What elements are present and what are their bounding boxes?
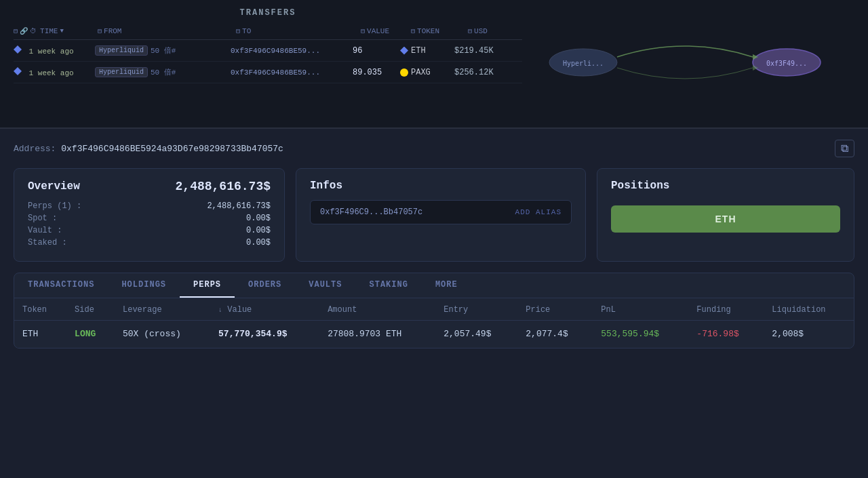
- th-value-label: VALUE: [367, 27, 389, 35]
- th-liquidation: Liquidation: [764, 298, 854, 321]
- tab-more[interactable]: MORE: [422, 273, 471, 298]
- spot-label: Spot :: [28, 214, 57, 223]
- filter-icon-time: ⊟: [14, 27, 18, 35]
- transfers-section: TRANSFERS ⊟ 🔗 ⏱ TIME ▼ ⊟ FROM ⊟ TO ⊟ VAL…: [0, 0, 868, 129]
- filter-icon-from: ⊟: [98, 27, 102, 35]
- tr1-time: 1 week ago: [14, 45, 95, 56]
- tab-staking[interactable]: STAKING: [355, 273, 421, 298]
- th-amount: Amount: [319, 298, 435, 321]
- spot-value: 0.00$: [246, 214, 271, 223]
- tr1-token: ETH: [400, 46, 454, 56]
- vault-label: Vault :: [28, 226, 62, 235]
- eth-diamond-icon-2: [14, 67, 22, 75]
- tr1-amount: 50 倍#: [151, 45, 176, 56]
- infos-header: Infos: [310, 180, 572, 192]
- tab-vaults[interactable]: VAULTS: [295, 273, 355, 298]
- vault-value: 0.00$: [246, 226, 271, 235]
- address-bar: Address: 0xf3F496C9486BE5924a93D67e98298…: [14, 140, 854, 157]
- tab-orders[interactable]: ORDERS: [235, 273, 295, 298]
- th-from: ⊟ FROM: [98, 27, 233, 35]
- table-row: ETH LONG 50X (cross) 57,770,354.9$ 27808…: [14, 321, 854, 348]
- tr1-usd: $219.45K: [454, 46, 509, 56]
- positions-title: Positions: [611, 180, 669, 192]
- transfer-row-1: 1 week ago Hyperliquid 50 倍# 0xf3F496C94…: [14, 40, 522, 62]
- th-to-label: TO: [242, 27, 251, 35]
- cards-row: Overview 2,488,616.73$ Perps (1) : 2,488…: [14, 168, 854, 262]
- tab-transactions[interactable]: TRANSACTIONS: [14, 273, 108, 298]
- tab-perps[interactable]: PERPS: [180, 273, 235, 298]
- overview-vault-row: Vault : 0.00$: [28, 226, 271, 235]
- th-from-label: FROM: [104, 27, 121, 35]
- tr1-value: 96: [353, 46, 400, 56]
- transfers-left: TRANSFERS ⊟ 🔗 ⏱ TIME ▼ ⊟ FROM ⊟ TO ⊟ VAL…: [14, 8, 522, 117]
- th-time: ⊟ 🔗 ⏱ TIME ▼: [14, 27, 95, 35]
- td-price: 2,077.4$: [517, 321, 593, 348]
- address-display: Address: 0xf3F496C9486BE5924a93D67e98298…: [14, 144, 283, 154]
- overview-spot-row: Spot : 0.00$: [28, 214, 271, 223]
- alias-row: 0xf3F496C9...Bb47057c ADD ALIAS: [310, 200, 572, 224]
- tr1-to[interactable]: 0xf3F496C9486BE59...: [231, 47, 353, 55]
- td-entry: 2,057.49$: [435, 321, 517, 348]
- address-label: Address:: [14, 144, 56, 154]
- eth-icon-1: [400, 47, 408, 55]
- paxg-icon: [400, 68, 408, 77]
- tr2-usd: $256.12K: [454, 68, 509, 77]
- td-amount: 27808.9703 ETH: [319, 321, 435, 348]
- th-price: Price: [517, 298, 593, 321]
- address-value: 0xf3F496C9486BE5924a93D67e98298733Bb4705…: [61, 144, 283, 154]
- th-token: ⊟ TOKEN: [411, 27, 465, 35]
- clock-icon: ⏱: [30, 27, 37, 35]
- th-token-label: TOKEN: [417, 27, 439, 35]
- tr2-from-name: Hyperliquid: [95, 67, 148, 77]
- th-value: ⊟ VALUE: [361, 27, 408, 35]
- perps-value: 2,488,616.73$: [207, 201, 271, 211]
- th-pnl: PnL: [593, 298, 688, 321]
- tr2-token: PAXG: [400, 68, 454, 77]
- transfers-title: TRANSFERS: [14, 8, 522, 18]
- tr2-from: Hyperliquid 50 倍#: [95, 67, 231, 77]
- bottom-section: Address: 0xf3F496C9486BE5924a93D67e98298…: [0, 129, 868, 359]
- tr1-from-name: Hyperliquid: [95, 45, 148, 56]
- eth-position-button[interactable]: ETH: [611, 205, 840, 233]
- copy-address-button[interactable]: ⧉: [835, 140, 854, 157]
- td-side: LONG: [66, 321, 115, 348]
- eth-diamond-icon-1: [14, 45, 22, 54]
- td-token: ETH: [14, 321, 66, 348]
- td-funding: -716.98$: [688, 321, 764, 348]
- tr2-amount: 50 倍#: [151, 67, 176, 77]
- transfer-row-2: 1 week ago Hyperliquid 50 倍# 0xf3F496C94…: [14, 62, 522, 83]
- staked-label: Staked :: [28, 238, 67, 247]
- th-entry: Entry: [435, 298, 517, 321]
- tr2-value: 89.035: [353, 68, 400, 77]
- perps-label[interactable]: Perps (1) :: [28, 201, 81, 211]
- tab-container: TRANSACTIONS HOLDINGS PERPS ORDERS VAULT…: [14, 273, 854, 348]
- transfers-header: ⊟ 🔗 ⏱ TIME ▼ ⊟ FROM ⊟ TO ⊟ VALUE ⊟ TOKEN: [14, 24, 522, 40]
- overview-total: 2,488,616.73$: [176, 180, 271, 193]
- th-usd-label: USD: [474, 27, 488, 35]
- th-to: ⊟ TO: [236, 27, 358, 35]
- infos-card: Infos 0xf3F496C9...Bb47057c ADD ALIAS: [296, 168, 586, 262]
- overview-card: Overview 2,488,616.73$ Perps (1) : 2,488…: [14, 168, 285, 262]
- td-pnl: 553,595.94$: [593, 321, 688, 348]
- staked-value: 0.00$: [246, 238, 271, 247]
- svg-text:Hyperli...: Hyperli...: [563, 60, 604, 67]
- tr2-to[interactable]: 0xf3F496C9486BE59...: [231, 68, 353, 77]
- tab-holdings[interactable]: HOLDINGS: [108, 273, 180, 298]
- th-time-label[interactable]: TIME: [40, 27, 58, 35]
- add-alias-button[interactable]: ADD ALIAS: [515, 208, 561, 216]
- filter-icon-usd: ⊟: [468, 27, 472, 35]
- svg-text:0xf3F49...: 0xf3F49...: [766, 60, 807, 67]
- td-leverage: 50X (cross): [115, 321, 210, 348]
- overview-title: Overview: [28, 180, 80, 193]
- filter-icon-token: ⊟: [411, 27, 415, 35]
- overview-staked-row: Staked : 0.00$: [28, 238, 271, 247]
- filter-icon-to: ⊟: [236, 27, 240, 35]
- th-value: ↓ Value: [210, 298, 319, 321]
- th-leverage: Leverage: [115, 298, 210, 321]
- td-liquidation: 2,008$: [764, 321, 854, 348]
- tr2-time: 1 week ago: [14, 67, 95, 77]
- th-token: Token: [14, 298, 66, 321]
- th-side: Side: [66, 298, 115, 321]
- overview-header: Overview 2,488,616.73$: [28, 180, 271, 193]
- transfers-graph: Hyperli... 0xf3F49...: [522, 8, 848, 117]
